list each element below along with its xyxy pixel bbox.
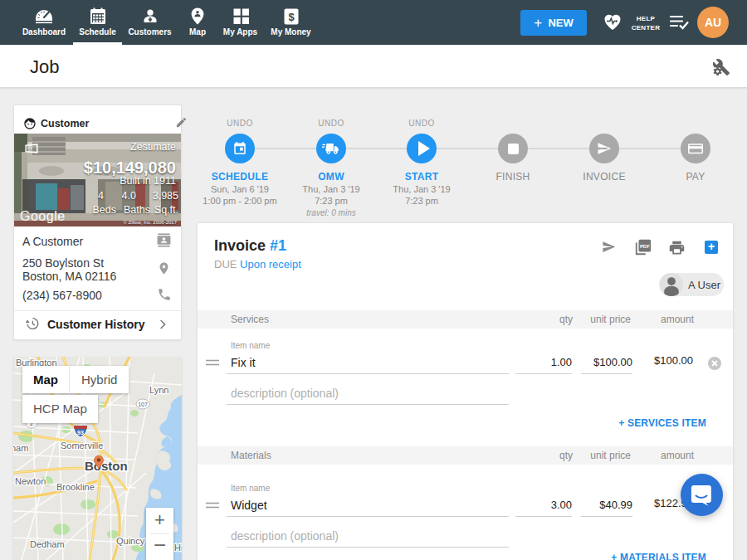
svg-text:Brookline: Brookline [56, 482, 95, 492]
svg-text:Lynn: Lynn [149, 385, 168, 395]
svg-text:93: 93 [77, 430, 84, 436]
svg-text:ham: ham [13, 443, 28, 453]
svg-text:Boston: Boston [85, 459, 128, 473]
svg-text:Newton: Newton [15, 476, 46, 486]
svg-text:Quincy: Quincy [116, 536, 145, 546]
svg-text:$: $ [288, 11, 295, 23]
svg-text:Hi: Hi [174, 543, 182, 553]
svg-text:107: 107 [138, 402, 148, 407]
svg-text:Somerville: Somerville [61, 441, 103, 450]
svg-text:Dedham: Dedham [30, 539, 65, 549]
svg-text:PDF: PDF [640, 244, 650, 249]
